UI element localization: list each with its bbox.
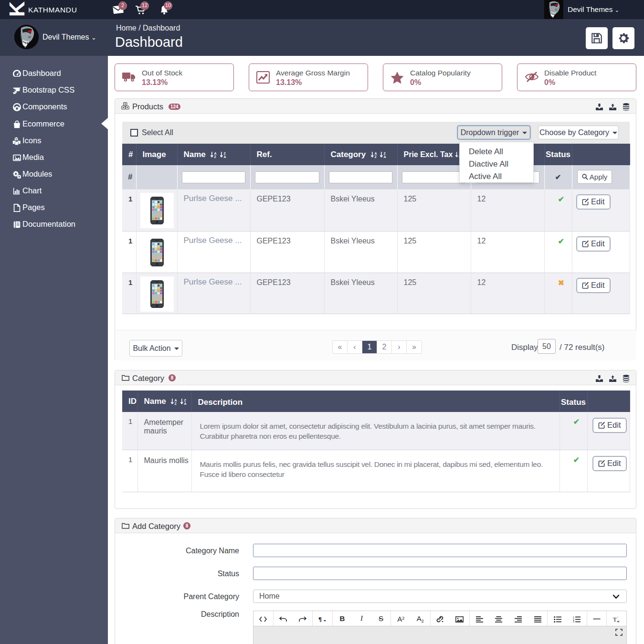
svg-text:T: T — [613, 616, 617, 623]
svg-text:x: x — [618, 620, 620, 623]
svg-text:¶: ¶ — [318, 616, 322, 623]
svg-text:3: 3 — [573, 620, 574, 623]
